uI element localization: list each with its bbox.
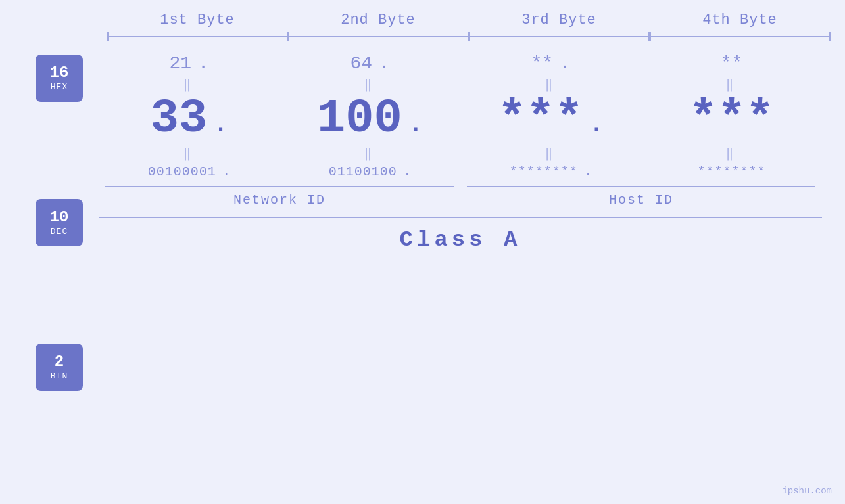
bin-dot-2: . <box>403 164 411 179</box>
equals-row-2: ‖ ‖ ‖ ‖ <box>99 145 845 162</box>
byte-headers: 1st Byte 2nd Byte 3rd Byte 4th Byte <box>0 12 845 28</box>
website-label: ipshu.com <box>782 486 832 496</box>
bin-val-3: ******** <box>510 164 578 179</box>
badge-dec-num: 10 <box>50 209 69 226</box>
dec-cell-3: *** . <box>460 95 641 143</box>
equals-row-1: ‖ ‖ ‖ ‖ <box>99 76 845 93</box>
badge-bin-num: 2 <box>55 354 64 371</box>
bracket-2 <box>288 32 469 41</box>
dec-val-2: 100 <box>317 92 402 146</box>
class-a-container: Class A <box>99 227 822 252</box>
byte-label-1: 1st Byte <box>160 12 235 28</box>
host-bracket-line <box>467 186 815 187</box>
badge-hex-label: HEX <box>51 82 68 92</box>
byte-col-1: 1st Byte <box>107 12 288 28</box>
bin-cell-3: ******** . <box>460 164 641 179</box>
eq2-2: ‖ <box>279 145 460 162</box>
byte-label-2: 2nd Byte <box>341 12 416 28</box>
bin-val-1: 00100001 <box>148 164 216 179</box>
class-bracket <box>99 217 822 218</box>
badge-bin: 2 BIN <box>36 344 83 391</box>
eq-2: ‖ <box>279 76 460 93</box>
badges-column: 16 HEX 10 DEC 2 BIN <box>20 55 99 391</box>
hex-val-1: 21 <box>169 53 191 74</box>
byte-col-2: 2nd Byte <box>288 12 469 28</box>
dec-dot-1: . <box>214 112 228 145</box>
eq-4: ‖ <box>641 76 822 93</box>
eq-3: ‖ <box>460 76 641 93</box>
eq2-3: ‖ <box>460 145 641 162</box>
badge-bin-label: BIN <box>51 371 68 381</box>
bracket-3 <box>469 32 650 41</box>
eq2-1: ‖ <box>99 145 279 162</box>
dec-cell-4: *** <box>641 95 822 143</box>
host-bracket <box>460 186 822 187</box>
network-bracket <box>99 186 460 187</box>
dec-dot-2: . <box>408 112 423 145</box>
bin-cell-2: 01100100 . <box>279 164 460 179</box>
id-labels-row: Network ID Host ID <box>99 193 822 208</box>
values-area: 21 . 64 . ** . ** ‖ ‖ ‖ <box>99 48 845 252</box>
hex-val-3: ** <box>531 53 553 74</box>
hex-cell-4: ** <box>641 53 822 74</box>
bottom-brackets <box>99 186 822 187</box>
dec-val-1: 33 <box>151 92 207 146</box>
dec-val-4: *** <box>689 92 775 146</box>
eq-1: ‖ <box>99 76 279 93</box>
badge-dec-label: DEC <box>51 227 68 237</box>
hex-cell-3: ** . <box>460 53 641 74</box>
bin-cell-4: ******** <box>641 164 822 179</box>
badge-hex-num: 16 <box>50 64 69 81</box>
bin-dot-3: . <box>584 164 592 179</box>
hex-cell-2: 64 . <box>279 53 460 74</box>
class-bracket-line <box>99 217 822 218</box>
hex-dot-2: . <box>379 53 390 74</box>
main-container: 1st Byte 2nd Byte 3rd Byte 4th Byte <box>0 0 845 504</box>
dec-val-3: *** <box>498 92 583 146</box>
dec-cell-1: 33 . <box>99 95 279 143</box>
bin-cell-1: 00100001 . <box>99 164 279 179</box>
network-id-label: Network ID <box>99 193 460 208</box>
hex-dot-3: . <box>560 53 571 74</box>
bin-row: 00100001 . 01100100 . ******** . *******… <box>99 164 845 179</box>
dec-dot-3: . <box>589 112 604 145</box>
byte-col-3: 3rd Byte <box>469 12 650 28</box>
byte-col-4: 4th Byte <box>650 12 831 28</box>
bracket-1 <box>107 32 288 41</box>
badge-hex: 16 HEX <box>36 55 83 102</box>
byte-label-4: 4th Byte <box>702 12 777 28</box>
content-area: 16 HEX 10 DEC 2 BIN 21 . 64 <box>0 48 845 391</box>
network-bracket-line <box>105 186 454 187</box>
bracket-4 <box>650 32 831 41</box>
byte-label-3: 3rd Byte <box>521 12 596 28</box>
hex-val-2: 64 <box>350 53 372 74</box>
top-bracket-row <box>0 32 845 41</box>
eq2-4: ‖ <box>641 145 822 162</box>
bin-dot-1: . <box>222 164 230 179</box>
bin-val-4: ******** <box>697 164 765 179</box>
dec-row: 33 . 100 . *** . *** <box>99 95 845 143</box>
class-a-label: Class A <box>400 227 521 252</box>
bin-val-2: 01100100 <box>329 164 397 179</box>
hex-cell-1: 21 . <box>99 53 279 74</box>
dec-cell-2: 100 . <box>279 95 460 143</box>
host-id-label: Host ID <box>460 193 822 208</box>
badge-dec: 10 DEC <box>36 199 83 246</box>
hex-val-4: ** <box>721 53 743 74</box>
hex-row: 21 . 64 . ** . ** <box>99 53 845 74</box>
hex-dot-1: . <box>198 53 209 74</box>
